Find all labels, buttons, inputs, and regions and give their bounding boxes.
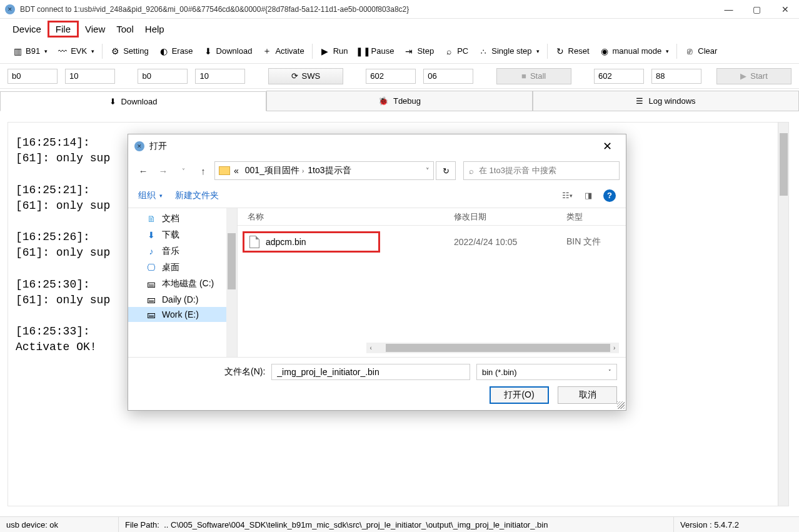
nav-music[interactable]: ♪音乐 [128, 243, 227, 259]
singlestep-label: Single step [491, 46, 531, 56]
newfolder-button[interactable]: 新建文件夹 [175, 190, 219, 201]
file-hscrollbar[interactable]: ‹ › [366, 343, 619, 353]
tab-download-label: Download [121, 97, 158, 106]
val2-input[interactable] [195, 69, 245, 84]
menu-view[interactable]: View [80, 21, 110, 37]
setting-button[interactable]: ⚙ Setting [105, 44, 153, 59]
col-name[interactable]: 名称 [248, 211, 454, 223]
menu-device[interactable]: Device [8, 21, 46, 37]
nav-forward[interactable]: → [154, 162, 172, 179]
refresh-button[interactable]: ↻ [436, 161, 456, 180]
scroll-thumb[interactable] [386, 344, 610, 352]
setting-label: Setting [123, 46, 148, 56]
dialog-titlebar: 打开 ✕ [128, 134, 626, 158]
filter-select[interactable]: bin (*.bin) ˅ [476, 364, 617, 380]
filepath-value: .. C\005_Software\004_SDK\telink_b91m_mi… [164, 520, 548, 529]
nav-drive-e[interactable]: 🖴Work (E:) [128, 307, 227, 322]
chevron-down-icon[interactable]: ˅ [426, 167, 430, 175]
filepath-label: File Path: [125, 520, 159, 529]
addr3-input[interactable] [366, 69, 416, 84]
drive-icon: 🖴 [146, 279, 157, 289]
filename-label: 文件名(N): [224, 366, 265, 378]
path-seg1[interactable]: 001_项目固件 › [245, 165, 304, 176]
window-close[interactable]: ✕ [771, 0, 799, 19]
addr2-input[interactable] [138, 69, 188, 84]
window-minimize[interactable]: — [715, 0, 743, 19]
mode-selector[interactable]: ◉ manual mode ▾ [595, 44, 675, 59]
pause-button[interactable]: ❚❚ Pause [353, 44, 400, 59]
val1-input[interactable] [65, 69, 115, 84]
cancel-button[interactable]: 取消 [558, 386, 617, 404]
path-seg2[interactable]: 1to3提示音 [308, 165, 351, 176]
dialog-close[interactable]: ✕ [595, 137, 620, 156]
col-date[interactable]: 修改日期 [454, 211, 566, 223]
chevron-down-icon: ▾ [91, 48, 94, 54]
step-button[interactable]: ⇥ Step [399, 44, 439, 59]
nav-history[interactable]: ˅ [174, 162, 192, 179]
activate-button[interactable]: ＋ Activate [257, 43, 309, 59]
menu-tool[interactable]: Tool [111, 21, 139, 37]
toolbar: ▥ B91 ▾ 〰 EVK ▾ ⚙ Setting ◐ Erase ⬇ Down… [0, 39, 799, 64]
tab-download[interactable]: ⬇ Download [0, 91, 266, 111]
run-button[interactable]: ▶ Run [315, 44, 353, 59]
sws-button[interactable]: ⟳ SWS [268, 68, 343, 84]
stall-button[interactable]: ■ Stall [496, 68, 571, 84]
nav-downloads[interactable]: ⬇下载 [128, 227, 227, 243]
file-header: 名称 修改日期 类型 [238, 208, 626, 226]
window-title: BDT connect to 1:usb#vid_248a&pid_9206&m… [20, 5, 715, 14]
clear-button[interactable]: ⎚ Clear [680, 44, 722, 59]
board-selector[interactable]: 〰 EVK ▾ [53, 44, 99, 59]
search-input[interactable]: ⌕ 在 1to3提示音 中搜索 [463, 161, 620, 180]
val3-input[interactable] [423, 69, 473, 84]
dialog-footer: 文件名(N): bin (*.bin) ˅ 打开(O) 取消 [128, 357, 626, 410]
scroll-left[interactable]: ‹ [366, 344, 375, 351]
chip-label: B91 [26, 46, 40, 56]
tab-tdebug[interactable]: 🐞 Tdebug [266, 91, 533, 111]
nav-drive-c[interactable]: 🖴本地磁盘 (C:) [128, 276, 227, 292]
singlestep-button[interactable]: ⸫ Single step ▾ [473, 43, 544, 59]
menu-file[interactable]: File [48, 21, 79, 38]
status-filepath: File Path: .. C\005_Software\004_SDK\tel… [119, 517, 674, 532]
preview-button[interactable]: ◨ [582, 189, 595, 202]
pc-button[interactable]: ⌕ PC [439, 44, 473, 59]
scroll-right[interactable]: › [610, 344, 619, 351]
addr4-input[interactable] [594, 69, 644, 84]
nav-documents[interactable]: 🗎文档 [128, 211, 227, 227]
pause-icon: ❚❚ [358, 46, 368, 56]
file-row[interactable]: adpcm.bin 2022/4/24 10:05 BIN 文件 [238, 229, 626, 254]
download-button[interactable]: ⬇ Download [198, 44, 258, 59]
start-button[interactable]: ▶ Start [716, 68, 791, 84]
reset-button[interactable]: ↻ Reset [550, 44, 595, 59]
help-button[interactable]: ? [603, 189, 616, 202]
scroll-thumb[interactable] [228, 233, 236, 289]
file-list-pane: 名称 修改日期 类型 adpcm.bin 2022/4/24 10:05 BIN… [238, 208, 626, 357]
music-icon: ♪ [146, 246, 157, 256]
tab-log[interactable]: ☰ Log windows [533, 91, 799, 111]
step-label: Step [417, 46, 434, 56]
col-type[interactable]: 类型 [566, 211, 626, 223]
resize-grip[interactable] [617, 401, 625, 409]
scroll-thumb[interactable] [780, 133, 788, 196]
erase-button[interactable]: ◐ Erase [154, 44, 198, 59]
nav-scrollbar[interactable] [226, 208, 237, 357]
view-button[interactable]: ☷ ▾ [561, 189, 573, 202]
nav-desktop[interactable]: 🖵桌面 [128, 259, 227, 276]
nav-drive-d[interactable]: 🖴Daily (D:) [128, 292, 227, 307]
chip-selector[interactable]: ▥ B91 ▾ [8, 44, 53, 59]
file-date: 2022/4/24 10:05 [454, 237, 566, 247]
filename-input[interactable] [271, 364, 470, 380]
refresh-icon: ⟳ [291, 71, 298, 81]
address-bar[interactable]: « 001_项目固件 › 1to3提示音 ˅ [214, 161, 434, 180]
window-maximize[interactable]: ▢ [743, 0, 771, 19]
nav-back[interactable]: ← [134, 162, 152, 179]
val4-input[interactable] [651, 69, 701, 84]
status-version: Version : 5.4.7.2 [674, 517, 799, 532]
addr1-input[interactable] [8, 69, 58, 84]
organize-button[interactable]: 组织 ▾ [138, 190, 163, 201]
menu-help[interactable]: Help [140, 21, 169, 37]
chip-icon: ▥ [13, 46, 23, 56]
log-scrollbar[interactable] [778, 123, 788, 506]
nav-up[interactable]: ↑ [194, 162, 212, 179]
path-root[interactable]: « [234, 166, 241, 176]
open-button[interactable]: 打开(O) [490, 386, 549, 404]
